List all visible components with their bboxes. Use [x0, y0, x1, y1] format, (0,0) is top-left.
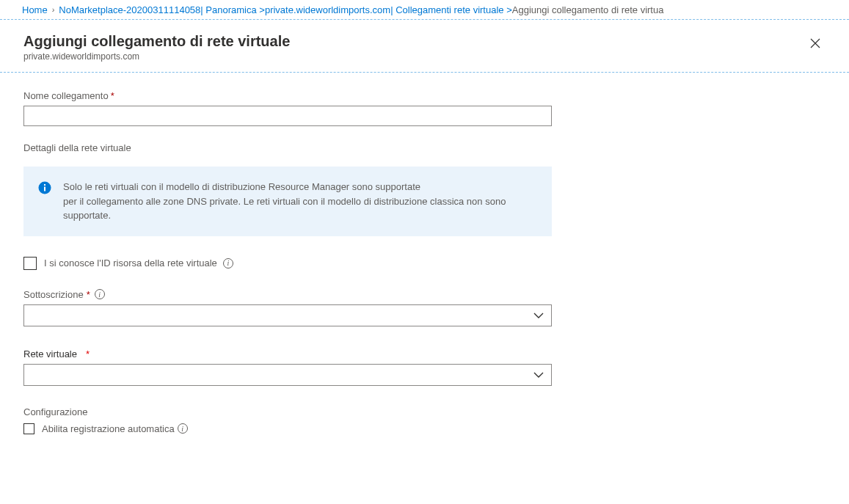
chevron-down-icon	[533, 371, 544, 379]
info-icon	[38, 181, 51, 194]
svg-rect-1	[44, 187, 45, 191]
vnet-details-heading: Dettagli della rete virtuale	[23, 142, 826, 153]
close-icon	[809, 37, 821, 49]
breadcrumb: Home › NoMarketplace-20200311114058 | Pa…	[0, 0, 849, 19]
svg-rect-2	[44, 184, 45, 186]
close-button[interactable]	[805, 33, 826, 54]
configuration-heading: Configurazione	[23, 406, 826, 417]
breadcrumb-suffix-1: | Panoramica >	[200, 4, 265, 15]
auto-registration-checkbox[interactable]	[23, 423, 34, 434]
chevron-down-icon	[533, 312, 544, 319]
info-text-line1: Solo le reti virtuali con il modello di …	[63, 181, 420, 192]
auto-registration-label: Abilita registrazione automatica	[42, 423, 175, 434]
info-text-line2: per il collegamento alle zone DNS privat…	[63, 196, 506, 207]
blade-panel: Aggiungi collegamento di rete virtuale p…	[0, 19, 849, 504]
help-icon[interactable]: i	[95, 289, 105, 299]
info-callout: Solo le reti virtuali con il modello di …	[23, 167, 552, 236]
info-text-line3: supportate.	[63, 210, 111, 221]
help-icon[interactable]: i	[223, 258, 233, 269]
subscription-label: Sottoscrizione	[23, 289, 84, 300]
vnet-select[interactable]	[23, 364, 552, 386]
breadcrumb-resource[interactable]: NoMarketplace-20200311114058	[59, 4, 200, 15]
know-resource-id-checkbox[interactable]	[23, 257, 37, 270]
breadcrumb-home[interactable]: Home	[22, 4, 48, 15]
breadcrumb-zone[interactable]: private.wideworldimports.com	[265, 4, 390, 15]
page-subtitle: private.wideworldimports.com	[23, 51, 290, 62]
subscription-select[interactable]	[23, 304, 552, 326]
breadcrumb-suffix-2: | Collegamenti rete virtuale >	[390, 4, 512, 15]
help-icon[interactable]: i	[178, 423, 188, 434]
link-name-input[interactable]	[23, 106, 552, 126]
know-resource-id-label: I si conosce l'ID risorsa della rete vir…	[44, 258, 217, 269]
page-title: Aggiungi collegamento di rete virtuale	[23, 33, 290, 50]
divider	[0, 72, 849, 73]
breadcrumb-current: Aggiungi collegamento di rete virtua	[512, 4, 664, 15]
chevron-right-icon: ›	[52, 5, 55, 14]
link-name-label: Nome collegamento*	[23, 90, 552, 101]
vnet-label: Rete virtuale	[23, 348, 77, 359]
